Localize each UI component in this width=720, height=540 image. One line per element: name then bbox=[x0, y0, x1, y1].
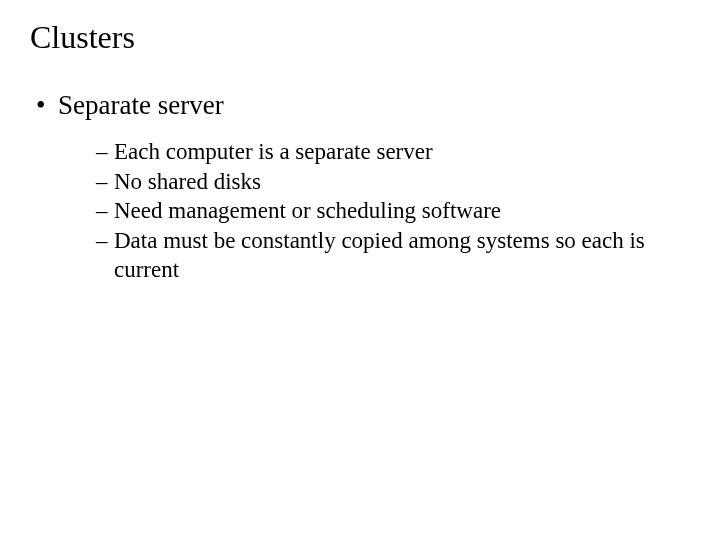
list-item-text: Each computer is a separate server bbox=[114, 139, 433, 164]
list-item-text: Data must be constantly copied among sys… bbox=[114, 228, 645, 282]
bullet-icon: • bbox=[36, 88, 45, 123]
list-item-text: Need management or scheduling software bbox=[114, 198, 501, 223]
slide-title: Clusters bbox=[30, 18, 690, 56]
list-item: – Each computer is a separate server bbox=[96, 137, 690, 166]
dash-icon: – bbox=[96, 167, 108, 196]
list-item: • Separate server bbox=[30, 88, 690, 123]
dash-icon: – bbox=[96, 196, 108, 225]
list-item: – No shared disks bbox=[96, 167, 690, 196]
list-item-text: No shared disks bbox=[114, 169, 261, 194]
dash-icon: – bbox=[96, 226, 108, 255]
dash-icon: – bbox=[96, 137, 108, 166]
slide: Clusters • Separate server – Each comput… bbox=[0, 0, 720, 540]
sub-list: – Each computer is a separate server – N… bbox=[30, 137, 690, 284]
list-item-text: Separate server bbox=[58, 90, 224, 120]
list-item: – Data must be constantly copied among s… bbox=[96, 226, 690, 285]
list-item: – Need management or scheduling software bbox=[96, 196, 690, 225]
